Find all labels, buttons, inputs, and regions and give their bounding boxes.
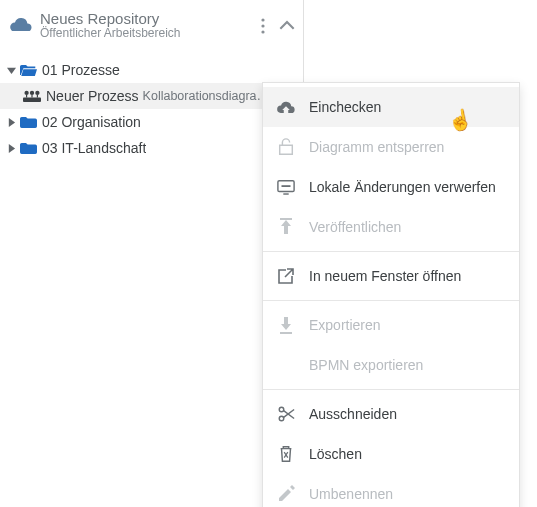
menu-item-label: BPMN exportieren bbox=[277, 357, 423, 373]
caret-right-icon bbox=[4, 118, 18, 127]
delete-icon bbox=[277, 445, 303, 463]
tree-item-type: Kollaborationsdiagra… bbox=[139, 89, 269, 103]
menu-item-label: In neuem Fenster öffnen bbox=[303, 268, 461, 284]
menu-separator bbox=[263, 251, 519, 252]
open-external-icon bbox=[277, 267, 303, 285]
more-icon[interactable] bbox=[261, 18, 265, 34]
repository-title: Neues Repository bbox=[40, 10, 261, 27]
menu-item-export: Exportieren bbox=[263, 305, 519, 345]
pencil-icon bbox=[277, 485, 303, 503]
menu-item-label: Lokale Änderungen verwerfen bbox=[303, 179, 496, 195]
svg-rect-8 bbox=[283, 193, 288, 194]
sidebar: Neues Repository Öffentlicher Arbeitsber… bbox=[0, 0, 304, 507]
svg-point-3 bbox=[24, 90, 28, 94]
menu-item-export-bpmn: BPMN exportieren bbox=[263, 345, 519, 385]
svg-point-2 bbox=[261, 30, 264, 33]
menu-item-label: Exportieren bbox=[303, 317, 381, 333]
folder-open-icon bbox=[18, 63, 38, 77]
scissors-icon bbox=[277, 405, 303, 423]
menu-item-label: Veröffentlichen bbox=[303, 219, 401, 235]
collapse-icon[interactable] bbox=[279, 18, 295, 34]
folder-icon bbox=[18, 115, 38, 129]
svg-point-1 bbox=[261, 24, 264, 27]
tree: 01 Prozesse Neuer Prozess Kollaborations… bbox=[0, 53, 303, 161]
menu-item-open-window[interactable]: In neuem Fenster öffnen bbox=[263, 256, 519, 296]
menu-item-rename: Umbenennen bbox=[263, 474, 519, 507]
svg-point-4 bbox=[30, 90, 34, 94]
menu-item-label: Diagramm entsperren bbox=[303, 139, 444, 155]
svg-point-5 bbox=[35, 90, 39, 94]
menu-item-cut[interactable]: Ausschneiden bbox=[263, 394, 519, 434]
cloud-icon bbox=[10, 17, 32, 35]
menu-item-publish: Veröffentlichen bbox=[263, 207, 519, 247]
publish-icon bbox=[277, 218, 303, 236]
svg-rect-11 bbox=[280, 332, 292, 334]
context-menu: Einchecken Diagramm entsperren Lokale Än… bbox=[262, 82, 520, 507]
menu-item-label: Einchecken bbox=[303, 99, 381, 115]
tree-item-organisation[interactable]: 02 Organisation bbox=[0, 109, 303, 135]
folder-icon bbox=[18, 141, 38, 155]
tree-item-label: 01 Prozesse bbox=[38, 62, 120, 78]
tree-item-prozesse[interactable]: 01 Prozesse bbox=[0, 57, 303, 83]
menu-item-unlock: Diagramm entsperren bbox=[263, 127, 519, 167]
diagram-icon bbox=[22, 90, 42, 103]
download-icon bbox=[277, 316, 303, 334]
svg-rect-10 bbox=[280, 218, 292, 220]
menu-separator bbox=[263, 300, 519, 301]
discard-icon bbox=[277, 178, 303, 196]
menu-item-checkin[interactable]: Einchecken bbox=[263, 87, 519, 127]
repository-header: Neues Repository Öffentlicher Arbeitsber… bbox=[0, 4, 303, 53]
menu-separator bbox=[263, 389, 519, 390]
caret-right-icon bbox=[4, 144, 18, 153]
cloud-upload-icon bbox=[277, 98, 303, 116]
svg-rect-9 bbox=[282, 185, 291, 187]
tree-item-it-landschaft[interactable]: 03 IT-Landschaft bbox=[0, 135, 303, 161]
tree-item-label: Neuer Prozess bbox=[42, 88, 139, 104]
svg-rect-6 bbox=[23, 97, 41, 102]
tree-item-neuer-prozess[interactable]: Neuer Prozess Kollaborationsdiagra… bbox=[0, 83, 303, 109]
menu-item-label: Ausschneiden bbox=[303, 406, 397, 422]
menu-item-label: Löschen bbox=[303, 446, 362, 462]
caret-down-icon bbox=[4, 66, 18, 75]
unlock-icon bbox=[277, 138, 303, 156]
menu-item-label: Umbenennen bbox=[303, 486, 393, 502]
menu-item-discard[interactable]: Lokale Änderungen verwerfen bbox=[263, 167, 519, 207]
tree-item-label: 02 Organisation bbox=[38, 114, 141, 130]
svg-point-0 bbox=[261, 18, 264, 21]
tree-item-label: 03 IT-Landschaft bbox=[38, 140, 146, 156]
repository-subtitle: Öffentlicher Arbeitsbereich bbox=[40, 27, 261, 41]
menu-item-delete[interactable]: Löschen bbox=[263, 434, 519, 474]
